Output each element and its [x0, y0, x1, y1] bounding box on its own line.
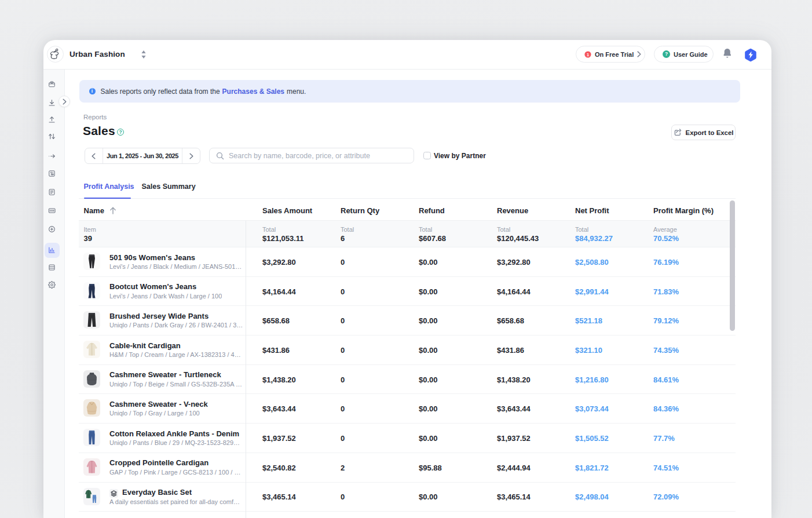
svg-text:1: 1 — [587, 52, 589, 57]
svg-text:?: ? — [665, 51, 668, 57]
